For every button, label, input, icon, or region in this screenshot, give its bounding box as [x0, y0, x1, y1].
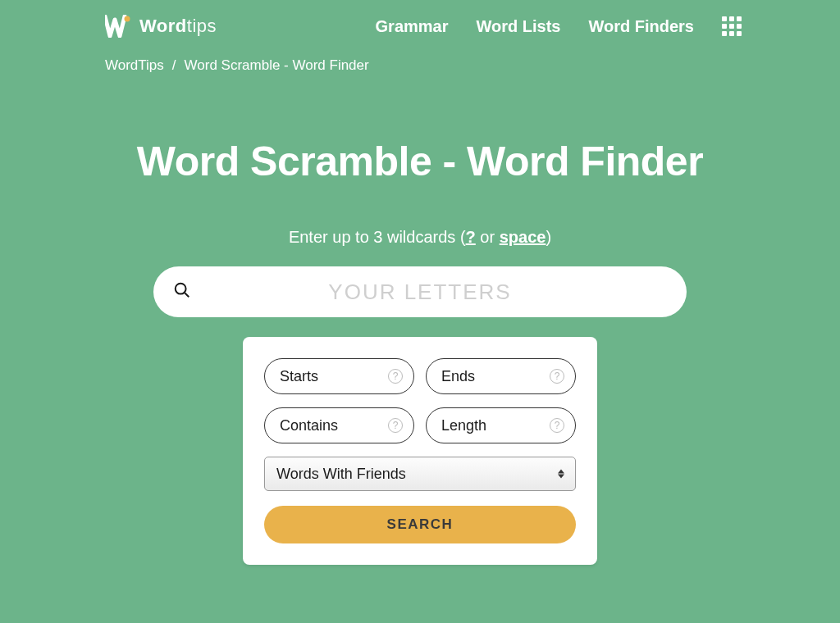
page-title: Word Scramble - Word Finder	[0, 138, 840, 185]
logo-mark-icon	[105, 15, 133, 38]
subtitle-wildcard-q: ?	[466, 228, 476, 246]
topbar: Wordtips Grammar Word Lists Word Finders	[0, 0, 840, 52]
length-field-wrap: ?	[426, 407, 576, 443]
breadcrumb-current: Word Scramble - Word Finder	[185, 57, 369, 74]
help-icon[interactable]: ?	[388, 418, 403, 433]
subtitle-pre: Enter up to 3 wildcards (	[289, 228, 466, 246]
svg-point-0	[125, 16, 130, 22]
nav-word-lists[interactable]: Word Lists	[477, 17, 561, 36]
nav-word-finders[interactable]: Word Finders	[588, 17, 694, 36]
filters-row-1: ? ?	[264, 358, 576, 394]
breadcrumb-separator: /	[172, 57, 176, 74]
search-icon	[173, 281, 191, 302]
letters-search-wrap	[153, 266, 687, 317]
logo-text: Wordtips	[139, 16, 217, 37]
nav-grammar[interactable]: Grammar	[376, 17, 449, 36]
subtitle-mid: or	[476, 228, 500, 246]
starts-field-wrap: ?	[264, 358, 414, 394]
letters-input[interactable]	[153, 266, 687, 317]
logo-word1: Word	[139, 16, 187, 36]
dictionary-select-wrap: Words With Friends	[264, 457, 576, 491]
filters-row-2: ? ?	[264, 407, 576, 443]
subtitle-post: )	[546, 228, 551, 246]
hero: Word Scramble - Word Finder Enter up to …	[0, 74, 840, 565]
search-button[interactable]: SEARCH	[264, 506, 576, 543]
help-icon[interactable]: ?	[388, 369, 403, 384]
svg-point-1	[176, 284, 186, 294]
dictionary-select[interactable]: Words With Friends	[264, 457, 576, 491]
svg-line-2	[185, 293, 189, 297]
apps-grid-icon[interactable]	[722, 16, 742, 36]
subtitle-wildcard-space: space	[500, 228, 546, 246]
primary-nav: Grammar Word Lists Word Finders	[376, 16, 742, 36]
breadcrumb: WordTips / Word Scramble - Word Finder	[0, 52, 840, 74]
ends-field-wrap: ?	[426, 358, 576, 394]
filters-card: ? ? ? ? Words With Friends	[243, 337, 597, 565]
logo-word2: tips	[187, 16, 217, 36]
help-icon[interactable]: ?	[550, 369, 564, 384]
breadcrumb-home[interactable]: WordTips	[105, 57, 164, 74]
help-icon[interactable]: ?	[550, 418, 564, 433]
logo[interactable]: Wordtips	[105, 15, 217, 38]
contains-field-wrap: ?	[264, 407, 414, 443]
subtitle: Enter up to 3 wildcards (? or space)	[0, 228, 840, 247]
